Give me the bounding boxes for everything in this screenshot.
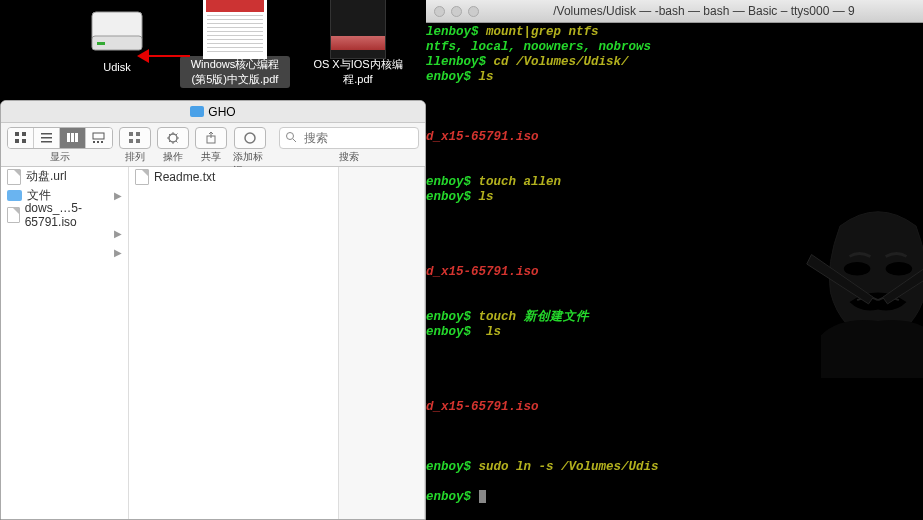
- svg-rect-15: [97, 141, 99, 143]
- column-3[interactable]: [339, 167, 425, 519]
- view-list-button[interactable]: [34, 128, 60, 148]
- column-1[interactable]: 动盘.url文件▶dows_…5-65791.iso▶▶: [1, 167, 129, 519]
- folder-icon: [7, 190, 22, 201]
- svg-rect-12: [75, 133, 78, 142]
- arrange-group: 排列: [119, 127, 151, 164]
- svg-rect-7: [41, 133, 52, 135]
- terminal-line: allen: [426, 385, 923, 400]
- share-label: 共享: [201, 150, 221, 164]
- file-icon: [7, 169, 21, 185]
- svg-point-23: [245, 133, 255, 143]
- terminal-line: ISO: [426, 355, 923, 370]
- svg-rect-8: [41, 137, 52, 139]
- terminal-line: System Volume Information: [426, 235, 923, 250]
- svg-rect-2: [97, 42, 105, 45]
- svg-rect-4: [22, 132, 26, 136]
- svg-rect-10: [67, 133, 70, 142]
- traffic-light-close[interactable]: [434, 6, 445, 17]
- finder-columns: 动盘.url文件▶dows_…5-65791.iso▶▶ Readme.txt: [1, 167, 425, 519]
- terminal-body[interactable]: AllenboydeMacBook-Air:Volumes allenboy$ …: [426, 23, 923, 520]
- terminal-line: System Volume Information: [426, 370, 923, 385]
- chevron-right-icon: ▶: [114, 228, 122, 239]
- list-item[interactable]: 动盘.url: [1, 167, 128, 186]
- column-2[interactable]: Readme.txt: [129, 167, 339, 519]
- folder-icon: [190, 106, 204, 117]
- item-label: dows_…5-65791.iso: [25, 201, 122, 229]
- terminal-line: 启动: [426, 160, 923, 175]
- finder-toolbar: 显示 排列 操作 共享 添加标记 搜索: [1, 123, 425, 167]
- terminal-line: [AllenboydeMacBook-Air:Udisk allenboy$ l…: [426, 70, 923, 85]
- terminal-line: [AllenboydeMacBook-Air:Udisk allenboy$ t…: [426, 310, 923, 325]
- terminal-line: System Volume Information: [426, 115, 923, 130]
- terminal-line: 启动: [426, 295, 923, 310]
- svg-point-24: [287, 133, 294, 140]
- terminal-line: ISO: [426, 220, 923, 235]
- terminal-line: AllenboydeMacBook-Air:Volumes allenboy$ …: [426, 25, 923, 40]
- tags-button[interactable]: [234, 127, 266, 149]
- search-input[interactable]: [279, 127, 419, 149]
- view-gallery-button[interactable]: [86, 128, 112, 148]
- terminal-line: [AllenboydeMacBook-Air:Udisk allenboy$: [426, 490, 923, 505]
- terminal-line: GHO: [426, 85, 923, 100]
- terminal-line: 启动: [426, 430, 923, 445]
- annotation-arrow: [140, 55, 190, 57]
- desktop-pdf-windows[interactable]: Windows核心编程 (第5版)中文版.pdf: [190, 0, 280, 88]
- arrange-button[interactable]: [119, 127, 151, 149]
- terminal-line: GHO: [426, 205, 923, 220]
- list-item[interactable]: dows_…5-65791.iso: [1, 205, 128, 224]
- chevron-right-icon: ▶: [114, 190, 122, 201]
- list-item[interactable]: Readme.txt: [129, 167, 338, 186]
- item-label: Readme.txt: [154, 170, 215, 184]
- desktop-area: Udisk Windows核心编程 (第5版)中文版.pdf OS X与IOS内…: [0, 0, 426, 100]
- svg-rect-11: [71, 133, 74, 142]
- action-group: 操作: [157, 127, 189, 164]
- view-group: 显示: [7, 127, 113, 164]
- view-label: 显示: [50, 150, 70, 164]
- desktop-disk-udisk[interactable]: Udisk: [72, 4, 162, 74]
- svg-rect-14: [93, 141, 95, 143]
- terminal-line: cn_windows_7_professional_x64_dvd_x15-65…: [426, 400, 923, 415]
- terminal-titlebar[interactable]: /Volumes/Udisk — -bash — bash — Basic – …: [426, 0, 923, 23]
- terminal-line: /dev/disk2s1 on /Volumes/Udisk (ntfs, lo…: [426, 40, 923, 55]
- terminal-window: /Volumes/Udisk — -bash — bash — Basic – …: [426, 0, 923, 520]
- svg-rect-6: [22, 139, 26, 143]
- list-item[interactable]: ▶: [1, 243, 128, 262]
- terminal-line: [AllenboydeMacBook-Air:Volumes allenboy$…: [426, 55, 923, 70]
- terminal-line: cn_windows_7_professional_x64_dvd_x15-65…: [426, 130, 923, 145]
- share-group: 共享: [195, 127, 227, 164]
- terminal-line: [AllenboydeMacBook-Air:Udisk allenboy$ t…: [426, 175, 923, 190]
- search-icon: [285, 131, 297, 143]
- file-icon: [135, 169, 149, 185]
- terminal-line: [AllenboydeMacBook-Air:Udisk allenboy$ l…: [426, 190, 923, 205]
- svg-rect-18: [136, 132, 140, 136]
- svg-rect-5: [15, 139, 19, 143]
- terminal-line: 一键安装: [426, 280, 923, 295]
- finder-title: GHO: [208, 105, 235, 119]
- terminal-line: Password:: [426, 475, 923, 490]
- pdf-label: OS X与IOS内核编 程.pdf: [308, 56, 408, 88]
- svg-rect-17: [129, 132, 133, 136]
- pdf-icon: [326, 0, 390, 54]
- action-button[interactable]: [157, 127, 189, 149]
- search-label: 搜索: [339, 150, 359, 164]
- view-column-button[interactable]: [60, 128, 86, 148]
- desktop-pdf-osx[interactable]: OS X与IOS内核编 程.pdf: [313, 0, 403, 88]
- pdf-icon: [203, 0, 267, 54]
- terminal-title: /Volumes/Udisk — -bash — bash — Basic – …: [485, 4, 923, 18]
- svg-rect-19: [129, 139, 133, 143]
- pdf-label: Windows核心编程 (第5版)中文版.pdf: [180, 56, 290, 88]
- share-button[interactable]: [195, 127, 227, 149]
- traffic-light-max[interactable]: [468, 6, 479, 17]
- search-group: 搜索: [279, 127, 419, 164]
- finder-titlebar[interactable]: GHO: [1, 101, 425, 123]
- terminal-line: 一键安装: [426, 145, 923, 160]
- file-icon: [7, 207, 20, 223]
- terminal-line: cn_windows_7_professional_x64_dvd_x15-65…: [426, 265, 923, 280]
- finder-window: GHO 显示 排列 操作 共享 添加标记: [0, 100, 426, 520]
- view-icon-button[interactable]: [8, 128, 34, 148]
- svg-rect-9: [41, 141, 52, 143]
- terminal-line: allen: [426, 250, 923, 265]
- terminal-line: [AllenboydeMacBook-Air:Udisk allenboy$ l…: [426, 325, 923, 340]
- arrange-label: 排列: [125, 150, 145, 164]
- traffic-light-min[interactable]: [451, 6, 462, 17]
